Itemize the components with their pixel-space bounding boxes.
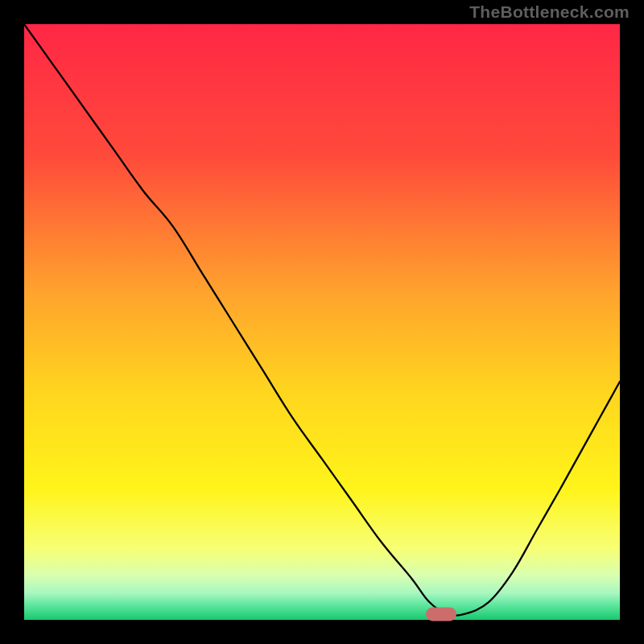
plot-area <box>24 24 620 620</box>
gradient-background <box>24 24 620 620</box>
chart-frame: TheBottleneck.com <box>0 0 644 644</box>
watermark-text: TheBottleneck.com <box>469 2 630 22</box>
chart-svg <box>24 24 620 620</box>
optimal-point-marker <box>426 607 456 621</box>
